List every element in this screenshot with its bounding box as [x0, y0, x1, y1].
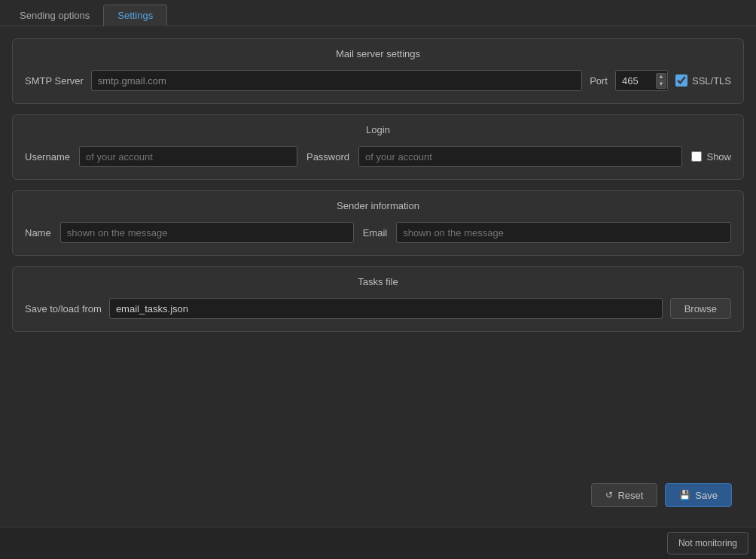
login-row: Username Password Show — [25, 146, 731, 167]
name-label: Name — [25, 227, 51, 238]
sender-title: Sender information — [25, 200, 731, 211]
sender-name-input[interactable] — [60, 222, 354, 243]
email-label: Email — [363, 227, 388, 238]
save-icon: 💾 — [679, 490, 690, 500]
ssl-label: SSL/TLS — [692, 75, 731, 87]
not-monitoring-button[interactable]: Not monitoring — [667, 532, 748, 554]
ssl-wrapper: SSL/TLS — [675, 74, 731, 87]
browse-button[interactable]: Browse — [670, 298, 731, 319]
password-input[interactable] — [358, 146, 682, 167]
port-wrapper: ▲ ▼ — [615, 70, 668, 91]
password-label: Password — [306, 151, 349, 163]
app-window: Sending options Settings Mail server set… — [0, 0, 756, 559]
tab-bar: Sending options Settings — [0, 0, 756, 26]
main-content: Mail server settings SMTP Server Port ▲ … — [0, 26, 756, 527]
tasks-title: Tasks file — [25, 276, 731, 287]
reset-button[interactable]: ↺ Reset — [591, 483, 657, 507]
username-label: Username — [25, 151, 70, 163]
login-section: Login Username Password Show — [12, 114, 744, 180]
tasks-section: Tasks file Save to/load from Browse — [12, 266, 744, 332]
show-label: Show — [706, 151, 731, 163]
sender-email-input[interactable] — [396, 222, 731, 243]
ssl-checkbox[interactable] — [675, 74, 687, 87]
show-wrapper: Show — [691, 151, 731, 163]
show-password-checkbox[interactable] — [691, 151, 702, 162]
port-label: Port — [590, 75, 608, 87]
port-up-button[interactable]: ▲ — [656, 73, 666, 81]
login-title: Login — [25, 124, 731, 135]
reset-icon: ↺ — [605, 490, 613, 500]
tab-sending-options[interactable]: Sending options — [6, 5, 103, 26]
tasks-row: Save to/load from Browse — [25, 298, 731, 319]
save-button[interactable]: 💾 Save — [665, 483, 732, 507]
username-input[interactable] — [79, 146, 297, 167]
footer-actions: ↺ Reset 💾 Save — [12, 475, 744, 515]
smtp-label: SMTP Server — [25, 75, 84, 87]
mail-server-title: Mail server settings — [25, 48, 731, 59]
port-down-button[interactable]: ▼ — [656, 81, 666, 89]
status-bar: Not monitoring — [0, 527, 756, 559]
smtp-input[interactable] — [91, 70, 582, 91]
port-spinbox: ▲ ▼ — [656, 71, 666, 90]
tasks-path-input[interactable] — [109, 298, 663, 319]
tasks-save-label: Save to/load from — [25, 303, 102, 314]
sender-row: Name Email — [25, 222, 731, 243]
tab-settings[interactable]: Settings — [103, 5, 167, 26]
mail-server-section: Mail server settings SMTP Server Port ▲ … — [12, 38, 744, 104]
smtp-row: SMTP Server Port ▲ ▼ SSL/TLS — [25, 70, 731, 91]
sender-section: Sender information Name Email — [12, 190, 744, 256]
